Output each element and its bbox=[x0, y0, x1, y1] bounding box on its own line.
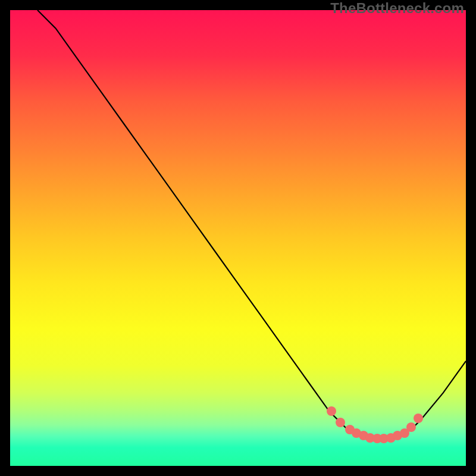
chart-frame bbox=[10, 10, 466, 466]
gradient-background bbox=[10, 10, 466, 466]
curve-dot bbox=[406, 422, 416, 432]
curve-dot bbox=[327, 406, 336, 416]
curve-dot bbox=[414, 414, 423, 423]
watermark: TheBottleneck.com bbox=[330, 0, 464, 17]
svg-rect-0 bbox=[10, 10, 466, 466]
curve-dot bbox=[336, 418, 345, 427]
